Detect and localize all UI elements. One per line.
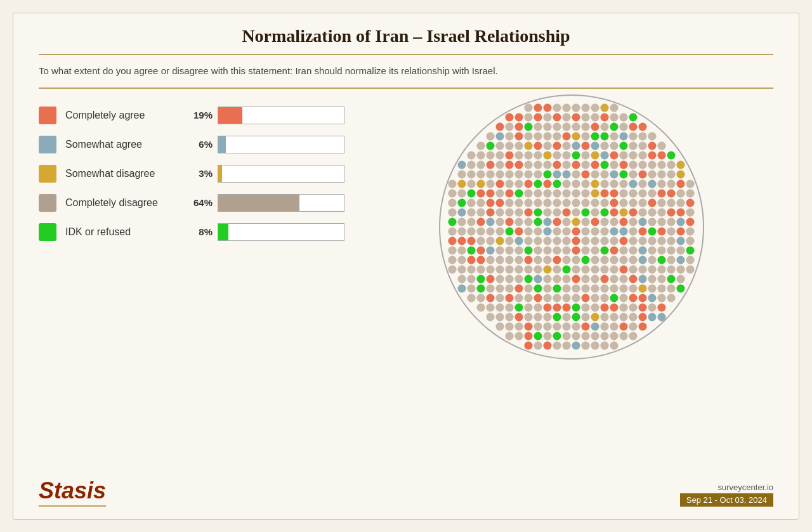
legend-label: Completely agree xyxy=(65,110,186,121)
bar-track xyxy=(218,194,344,212)
legend-label: IDK or refused xyxy=(65,226,186,238)
bar-fill xyxy=(218,165,222,182)
bar-percent: 8% xyxy=(186,226,213,237)
bar-percent: 6% xyxy=(186,139,213,150)
footer: Stasis surveycenter.io Sep 21 - Oct 03, … xyxy=(39,474,773,507)
legend-label: Somewhat disagree xyxy=(65,168,186,179)
legend-swatch xyxy=(39,223,56,241)
bar-track xyxy=(218,107,344,124)
bar-fill xyxy=(218,224,228,240)
legend-row: Completely agree19% xyxy=(39,107,344,124)
source-area: surveycenter.io Sep 21 - Oct 03, 2024 xyxy=(680,483,773,507)
title-area: Normalization of Iran – Israel Relations… xyxy=(39,26,773,55)
bar-fill xyxy=(218,195,299,211)
divider xyxy=(39,88,773,89)
legend-swatch xyxy=(39,136,56,153)
date-badge: Sep 21 - Oct 03, 2024 xyxy=(680,493,773,507)
legend-bars: Completely agree19%Somewhat agree6%Somew… xyxy=(39,107,344,252)
dot-visualization xyxy=(438,94,705,360)
circle-area xyxy=(370,94,773,360)
bar-percent: 19% xyxy=(186,110,213,120)
legend-row: Completely disagree64% xyxy=(39,194,344,212)
bar-track xyxy=(218,165,344,183)
source-text: surveycenter.io xyxy=(680,483,773,492)
legend-swatch xyxy=(39,165,56,183)
bar-percent: 64% xyxy=(186,197,213,208)
legend-label: Somewhat agree xyxy=(65,139,186,150)
legend-row: Somewhat agree6% xyxy=(39,136,344,153)
legend-label: Completely disagree xyxy=(65,197,186,209)
main-card: Normalization of Iran – Israel Relations… xyxy=(13,13,799,520)
content-area: Completely agree19%Somewhat agree6%Somew… xyxy=(39,100,773,467)
legend-row: IDK or refused8% xyxy=(39,223,344,241)
bar-track xyxy=(218,136,344,153)
legend-swatch xyxy=(39,194,56,212)
subtitle: To what extent do you agree or disagree … xyxy=(39,65,773,76)
main-title: Normalization of Iran – Israel Relations… xyxy=(39,26,773,46)
bar-fill xyxy=(218,107,242,124)
stasis-logo: Stasis xyxy=(39,477,106,507)
bar-fill xyxy=(218,136,226,153)
legend-row: Somewhat disagree3% xyxy=(39,165,344,183)
legend-swatch xyxy=(39,107,56,124)
bar-track xyxy=(218,223,344,241)
bar-percent: 3% xyxy=(186,168,213,179)
